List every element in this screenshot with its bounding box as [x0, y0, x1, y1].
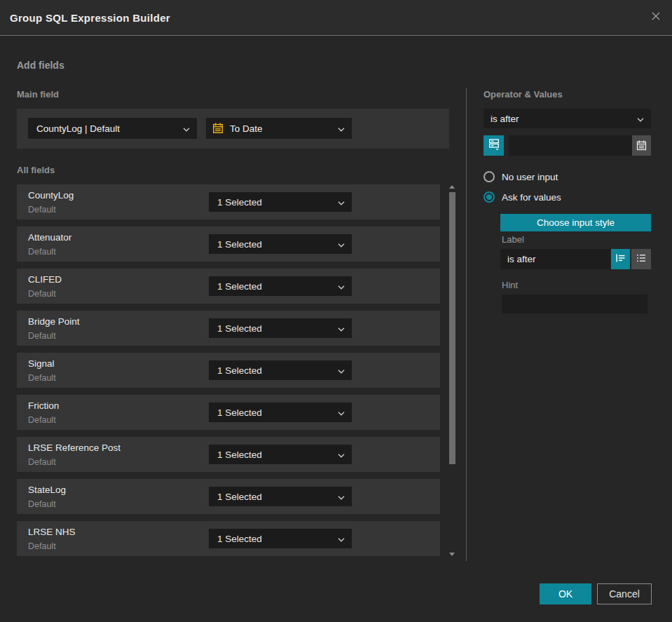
ask-for-values-radio[interactable]: Ask for values: [484, 191, 561, 203]
selected-count-label: 1 Selected: [217, 281, 262, 292]
field-selected-dropdown[interactable]: 1 Selected: [209, 529, 352, 548]
field-row: LRSE NHS Default 1 Selected: [17, 521, 440, 556]
field-subtitle: Default: [28, 247, 56, 257]
field-selected-dropdown[interactable]: 1 Selected: [209, 487, 352, 506]
field-row: CLIFED Default 1 Selected: [17, 269, 440, 304]
dialog-title: Group SQL Expression Builder: [10, 12, 170, 24]
label-caption: Label: [502, 234, 524, 245]
chevron-down-icon: [637, 114, 644, 124]
field-name: StateLog: [28, 485, 66, 495]
selected-count-label: 1 Selected: [217, 492, 262, 502]
single-line-input-icon: [615, 252, 626, 266]
field-selected-dropdown[interactable]: 1 Selected: [209, 403, 352, 422]
calendar-icon: [636, 140, 647, 151]
cancel-button[interactable]: Cancel: [597, 583, 652, 604]
chevron-down-icon: [338, 123, 345, 134]
list-input-icon: [636, 252, 647, 266]
field-subtitle: Default: [28, 457, 56, 467]
selected-count-label: 1 Selected: [217, 197, 262, 208]
choose-input-style-button[interactable]: Choose input style: [500, 214, 651, 231]
field-selected-dropdown[interactable]: 1 Selected: [209, 192, 352, 212]
radio-unselected-icon: [484, 171, 495, 182]
date-type-dropdown[interactable]: To Date: [206, 118, 352, 139]
date-picker-button[interactable]: [632, 135, 651, 156]
field-name: Friction: [28, 400, 59, 411]
single-line-input-style-button[interactable]: [611, 249, 630, 269]
stacked-values-icon: [488, 137, 500, 154]
add-fields-heading: Add fields: [17, 60, 64, 71]
chevron-down-icon: [338, 534, 345, 544]
field-row: Friction Default 1 Selected: [17, 395, 440, 430]
unique-values-button[interactable]: [484, 135, 504, 156]
field-name: LRSE NHS: [28, 527, 76, 537]
field-subtitle: Default: [28, 499, 56, 509]
all-fields-heading: All fields: [17, 165, 55, 175]
field-subtitle: Default: [28, 415, 56, 425]
chevron-down-icon: [338, 492, 345, 502]
panel-divider: [466, 88, 467, 561]
selected-count-label: 1 Selected: [217, 239, 262, 250]
field-row: Attenuator Default 1 Selected: [17, 227, 440, 262]
chevron-down-icon: [338, 365, 345, 376]
selected-count-label: 1 Selected: [217, 323, 262, 334]
no-user-input-radio[interactable]: No user input: [484, 171, 558, 182]
field-name: LRSE Reference Post: [28, 442, 121, 453]
scrollbar-down-arrow-icon[interactable]: [449, 553, 455, 556]
list-scrollbar[interactable]: [446, 181, 458, 561]
scrollbar-up-arrow-icon[interactable]: [449, 185, 455, 189]
no-user-input-label: No user input: [502, 172, 558, 182]
hint-input[interactable]: [502, 295, 647, 313]
calendar-icon: [212, 122, 224, 135]
field-row: LRSE Reference Post Default 1 Selected: [17, 437, 440, 472]
chevron-down-icon: [183, 123, 190, 134]
field-subtitle: Default: [28, 289, 56, 299]
value-input[interactable]: [509, 135, 632, 156]
selected-count-label: 1 Selected: [217, 407, 262, 418]
label-input[interactable]: [500, 249, 610, 269]
field-row: StateLog Default 1 Selected: [17, 479, 440, 514]
radio-selected-icon: [484, 191, 495, 203]
date-type-dropdown-value: To Date: [230, 123, 263, 134]
field-selected-dropdown[interactable]: 1 Selected: [209, 234, 352, 254]
chevron-down-icon: [338, 239, 345, 250]
ok-button[interactable]: OK: [540, 583, 591, 604]
main-field-dropdown-value: CountyLog | Default: [36, 123, 120, 134]
field-selected-dropdown[interactable]: 1 Selected: [209, 360, 352, 380]
selected-count-label: 1 Selected: [217, 449, 262, 460]
chevron-down-icon: [338, 197, 345, 208]
field-subtitle: Default: [28, 205, 56, 215]
all-fields-list: CountyLog Default 1 Selected Attenuator …: [17, 184, 440, 563]
field-selected-dropdown[interactable]: 1 Selected: [209, 445, 352, 464]
close-icon: [651, 11, 661, 24]
chevron-down-icon: [338, 449, 345, 460]
operator-dropdown[interactable]: is after: [484, 109, 651, 128]
field-name: Signal: [28, 358, 55, 369]
list-input-style-button[interactable]: [631, 249, 651, 269]
field-subtitle: Default: [28, 331, 56, 341]
field-name: Bridge Point: [28, 316, 80, 327]
field-name: CLIFED: [28, 274, 62, 285]
choose-input-style-label: Choose input style: [537, 217, 615, 228]
field-subtitle: Default: [28, 541, 56, 551]
group-sql-expression-builder-dialog: Group SQL Expression Builder Add fields …: [0, 0, 672, 622]
field-row: Bridge Point Default 1 Selected: [17, 311, 440, 346]
chevron-down-icon: [338, 323, 345, 334]
field-subtitle: Default: [28, 373, 56, 383]
operator-dropdown-value: is after: [491, 114, 519, 124]
scrollbar-thumb[interactable]: [449, 192, 455, 464]
field-selected-dropdown[interactable]: 1 Selected: [209, 276, 352, 296]
close-button[interactable]: [648, 10, 664, 25]
ask-for-values-label: Ask for values: [502, 192, 561, 203]
hint-caption: Hint: [502, 280, 518, 290]
selected-count-label: 1 Selected: [217, 365, 262, 376]
field-selected-dropdown[interactable]: 1 Selected: [209, 318, 352, 338]
titlebar: Group SQL Expression Builder: [0, 0, 672, 36]
selected-count-label: 1 Selected: [217, 534, 262, 544]
field-name: CountyLog: [28, 190, 74, 201]
main-field-panel: CountyLog | Default To Date: [17, 109, 449, 149]
field-name: Attenuator: [28, 232, 71, 243]
operator-values-heading: Operator & Values: [484, 89, 563, 100]
chevron-down-icon: [338, 407, 345, 418]
main-field-dropdown[interactable]: CountyLog | Default: [28, 118, 197, 139]
field-row: Signal Default 1 Selected: [17, 353, 440, 388]
